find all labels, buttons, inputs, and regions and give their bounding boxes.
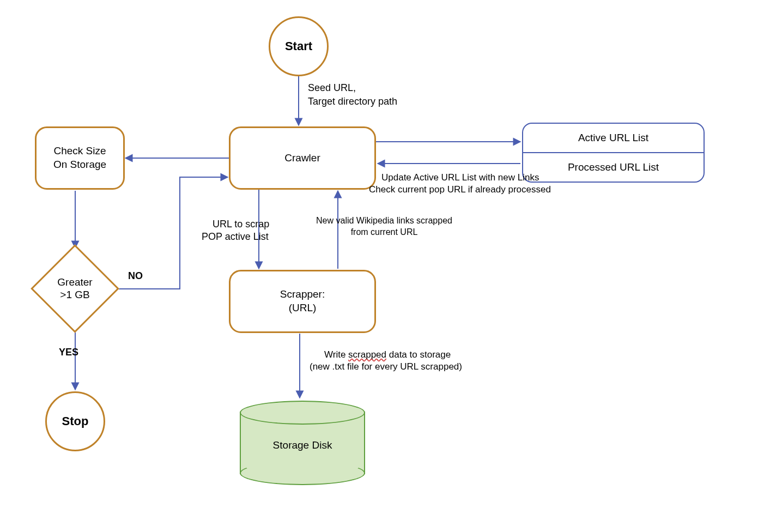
anno-decision-yes: YES [59, 346, 78, 359]
decision-label: Greater >1 GB [44, 257, 106, 320]
anno-new-links-l2: from current URL [302, 227, 466, 238]
anno-write-storage-l2: (new .txt file for every URL scrapped) [310, 361, 462, 372]
anno-new-links-l1: New valid Wikipedia links scrapped [302, 215, 466, 226]
node-storage-disk: Storage Disk [240, 401, 365, 485]
node-stop: Stop [45, 391, 105, 451]
url-list-processed-row: Processed URL List [523, 153, 704, 182]
scrapper-line2: (URL) [289, 301, 317, 315]
write-storage-prefix: Write [324, 349, 348, 360]
anno-update-list-l2: Check current pop URL if already process… [369, 184, 551, 195]
flowchart-canvas: Start Crawler Check Size On Storage Grea… [0, 0, 764, 532]
node-crawler: Crawler [229, 126, 376, 190]
write-storage-suffix: data to storage [386, 349, 451, 360]
anno-seed-url-l1: Seed URL, [308, 82, 356, 94]
url-list-active-row: Active URL List [523, 124, 704, 152]
storage-label: Storage Disk [240, 439, 365, 451]
anno-write-storage-l1: Write scrapped data to storage [324, 349, 451, 360]
node-url-lists: Active URL List Processed URL List [522, 123, 705, 183]
node-check-size: Check Size On Storage [35, 126, 125, 190]
node-start: Start [269, 16, 329, 76]
scrapper-line1: Scrapper: [280, 288, 325, 301]
anno-url-to-scrap-l2: POP active List [202, 231, 269, 243]
edges-layer [0, 0, 764, 532]
anno-seed-url-l2: Target directory path [308, 95, 397, 108]
write-storage-squiggle: scrapped [348, 349, 386, 360]
anno-update-list-l1: Update Active URL List with new Links [381, 172, 539, 183]
anno-decision-no: NO [128, 270, 143, 282]
anno-url-to-scrap-l1: URL to scrap [213, 218, 269, 231]
node-scrapper: Scrapper: (URL) [229, 270, 376, 333]
node-decision-diamond: Greater >1 GB [44, 257, 106, 320]
